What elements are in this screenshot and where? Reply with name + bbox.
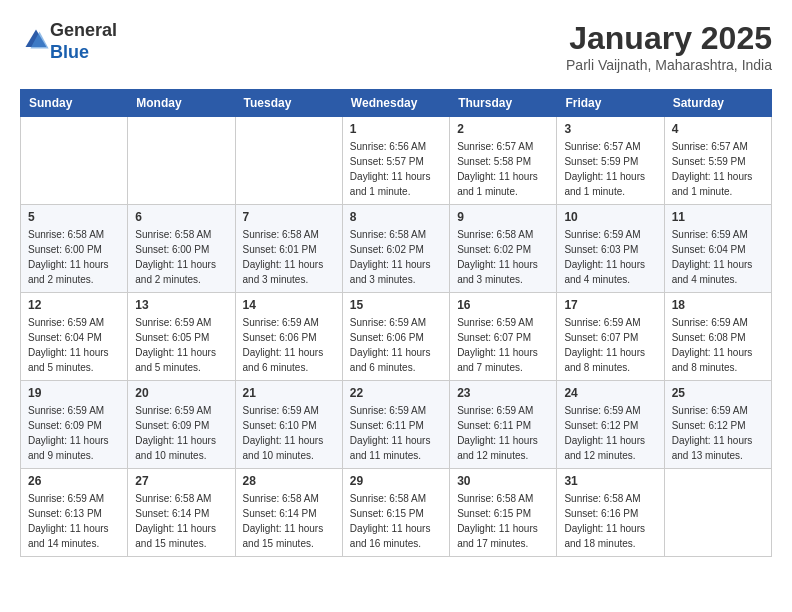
page-header: General Blue January 2025 Parli Vaijnath… [20,20,772,73]
calendar-cell: 6Sunrise: 6:58 AM Sunset: 6:00 PM Daylig… [128,205,235,293]
calendar-cell: 20Sunrise: 6:59 AM Sunset: 6:09 PM Dayli… [128,381,235,469]
calendar-cell: 12Sunrise: 6:59 AM Sunset: 6:04 PM Dayli… [21,293,128,381]
day-number: 19 [28,386,120,400]
calendar-cell: 16Sunrise: 6:59 AM Sunset: 6:07 PM Dayli… [450,293,557,381]
calendar-cell [128,117,235,205]
day-info: Sunrise: 6:59 AM Sunset: 6:13 PM Dayligh… [28,491,120,551]
day-info: Sunrise: 6:59 AM Sunset: 6:09 PM Dayligh… [28,403,120,463]
logo: General Blue [20,20,117,63]
day-info: Sunrise: 6:58 AM Sunset: 6:00 PM Dayligh… [135,227,227,287]
calendar-cell: 4Sunrise: 6:57 AM Sunset: 5:59 PM Daylig… [664,117,771,205]
weekday-header-friday: Friday [557,90,664,117]
day-number: 1 [350,122,442,136]
calendar-cell: 5Sunrise: 6:58 AM Sunset: 6:00 PM Daylig… [21,205,128,293]
logo-blue: Blue [50,42,89,62]
day-number: 9 [457,210,549,224]
day-info: Sunrise: 6:59 AM Sunset: 6:06 PM Dayligh… [350,315,442,375]
day-number: 14 [243,298,335,312]
day-number: 24 [564,386,656,400]
day-number: 10 [564,210,656,224]
day-number: 22 [350,386,442,400]
calendar-cell: 19Sunrise: 6:59 AM Sunset: 6:09 PM Dayli… [21,381,128,469]
calendar-cell [235,117,342,205]
calendar-cell: 30Sunrise: 6:58 AM Sunset: 6:15 PM Dayli… [450,469,557,557]
calendar-cell: 22Sunrise: 6:59 AM Sunset: 6:11 PM Dayli… [342,381,449,469]
calendar-cell: 9Sunrise: 6:58 AM Sunset: 6:02 PM Daylig… [450,205,557,293]
logo-general: General [50,20,117,40]
day-number: 12 [28,298,120,312]
day-info: Sunrise: 6:59 AM Sunset: 6:08 PM Dayligh… [672,315,764,375]
calendar-cell: 27Sunrise: 6:58 AM Sunset: 6:14 PM Dayli… [128,469,235,557]
calendar-cell: 15Sunrise: 6:59 AM Sunset: 6:06 PM Dayli… [342,293,449,381]
calendar-week-2: 5Sunrise: 6:58 AM Sunset: 6:00 PM Daylig… [21,205,772,293]
month-title: January 2025 [566,20,772,57]
day-number: 11 [672,210,764,224]
weekday-header-tuesday: Tuesday [235,90,342,117]
day-info: Sunrise: 6:58 AM Sunset: 6:01 PM Dayligh… [243,227,335,287]
day-info: Sunrise: 6:58 AM Sunset: 6:00 PM Dayligh… [28,227,120,287]
calendar-cell: 23Sunrise: 6:59 AM Sunset: 6:11 PM Dayli… [450,381,557,469]
weekday-header-monday: Monday [128,90,235,117]
day-number: 31 [564,474,656,488]
day-number: 6 [135,210,227,224]
calendar-cell: 18Sunrise: 6:59 AM Sunset: 6:08 PM Dayli… [664,293,771,381]
day-number: 2 [457,122,549,136]
calendar-cell: 8Sunrise: 6:58 AM Sunset: 6:02 PM Daylig… [342,205,449,293]
calendar-cell: 25Sunrise: 6:59 AM Sunset: 6:12 PM Dayli… [664,381,771,469]
day-number: 5 [28,210,120,224]
day-info: Sunrise: 6:57 AM Sunset: 5:58 PM Dayligh… [457,139,549,199]
calendar-cell: 11Sunrise: 6:59 AM Sunset: 6:04 PM Dayli… [664,205,771,293]
calendar-week-3: 12Sunrise: 6:59 AM Sunset: 6:04 PM Dayli… [21,293,772,381]
day-number: 27 [135,474,227,488]
day-number: 29 [350,474,442,488]
day-info: Sunrise: 6:59 AM Sunset: 6:06 PM Dayligh… [243,315,335,375]
day-number: 4 [672,122,764,136]
calendar-cell: 1Sunrise: 6:56 AM Sunset: 5:57 PM Daylig… [342,117,449,205]
day-info: Sunrise: 6:58 AM Sunset: 6:15 PM Dayligh… [350,491,442,551]
calendar-cell: 14Sunrise: 6:59 AM Sunset: 6:06 PM Dayli… [235,293,342,381]
day-number: 30 [457,474,549,488]
day-info: Sunrise: 6:59 AM Sunset: 6:09 PM Dayligh… [135,403,227,463]
day-info: Sunrise: 6:57 AM Sunset: 5:59 PM Dayligh… [672,139,764,199]
calendar-cell: 17Sunrise: 6:59 AM Sunset: 6:07 PM Dayli… [557,293,664,381]
day-number: 8 [350,210,442,224]
calendar-cell: 26Sunrise: 6:59 AM Sunset: 6:13 PM Dayli… [21,469,128,557]
day-number: 7 [243,210,335,224]
day-number: 15 [350,298,442,312]
day-info: Sunrise: 6:59 AM Sunset: 6:04 PM Dayligh… [672,227,764,287]
day-info: Sunrise: 6:58 AM Sunset: 6:02 PM Dayligh… [457,227,549,287]
day-number: 13 [135,298,227,312]
day-info: Sunrise: 6:59 AM Sunset: 6:04 PM Dayligh… [28,315,120,375]
title-block: January 2025 Parli Vaijnath, Maharashtra… [566,20,772,73]
calendar-week-5: 26Sunrise: 6:59 AM Sunset: 6:13 PM Dayli… [21,469,772,557]
day-number: 25 [672,386,764,400]
day-number: 17 [564,298,656,312]
day-info: Sunrise: 6:56 AM Sunset: 5:57 PM Dayligh… [350,139,442,199]
day-info: Sunrise: 6:59 AM Sunset: 6:11 PM Dayligh… [350,403,442,463]
calendar-week-4: 19Sunrise: 6:59 AM Sunset: 6:09 PM Dayli… [21,381,772,469]
day-number: 3 [564,122,656,136]
day-number: 16 [457,298,549,312]
calendar-cell: 7Sunrise: 6:58 AM Sunset: 6:01 PM Daylig… [235,205,342,293]
calendar-cell: 21Sunrise: 6:59 AM Sunset: 6:10 PM Dayli… [235,381,342,469]
day-number: 20 [135,386,227,400]
calendar-cell [21,117,128,205]
calendar-cell: 28Sunrise: 6:58 AM Sunset: 6:14 PM Dayli… [235,469,342,557]
day-info: Sunrise: 6:58 AM Sunset: 6:15 PM Dayligh… [457,491,549,551]
calendar-cell: 31Sunrise: 6:58 AM Sunset: 6:16 PM Dayli… [557,469,664,557]
calendar-cell [664,469,771,557]
weekday-header-saturday: Saturday [664,90,771,117]
day-info: Sunrise: 6:58 AM Sunset: 6:16 PM Dayligh… [564,491,656,551]
weekday-header-row: SundayMondayTuesdayWednesdayThursdayFrid… [21,90,772,117]
day-number: 23 [457,386,549,400]
day-info: Sunrise: 6:59 AM Sunset: 6:12 PM Dayligh… [672,403,764,463]
calendar-cell: 2Sunrise: 6:57 AM Sunset: 5:58 PM Daylig… [450,117,557,205]
calendar-table: SundayMondayTuesdayWednesdayThursdayFrid… [20,89,772,557]
calendar-week-1: 1Sunrise: 6:56 AM Sunset: 5:57 PM Daylig… [21,117,772,205]
day-number: 18 [672,298,764,312]
weekday-header-wednesday: Wednesday [342,90,449,117]
day-number: 21 [243,386,335,400]
calendar-cell: 29Sunrise: 6:58 AM Sunset: 6:15 PM Dayli… [342,469,449,557]
day-info: Sunrise: 6:58 AM Sunset: 6:02 PM Dayligh… [350,227,442,287]
day-info: Sunrise: 6:59 AM Sunset: 6:11 PM Dayligh… [457,403,549,463]
